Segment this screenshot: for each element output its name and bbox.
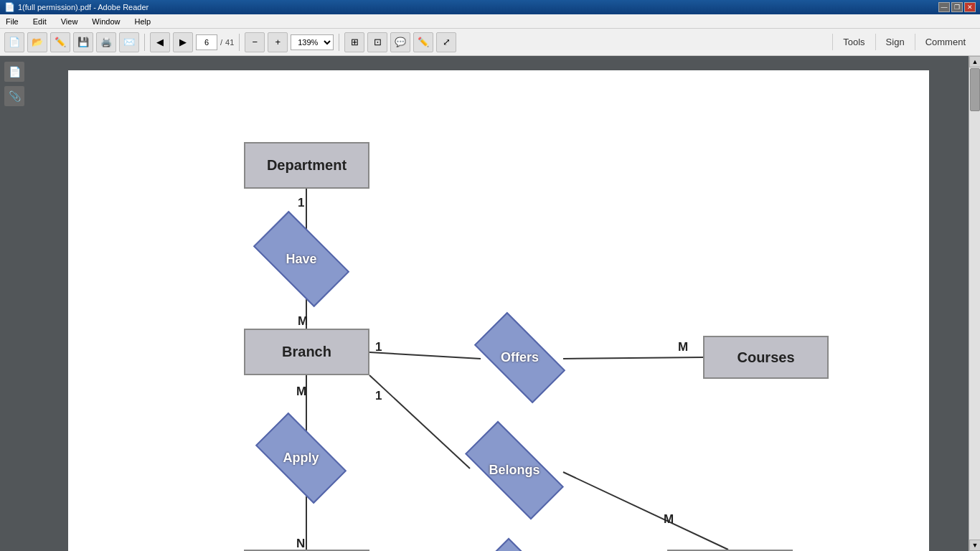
- card-m-offers-courses: M: [678, 340, 688, 354]
- have-label: Have: [286, 252, 316, 267]
- pdf-area[interactable]: Department Have Branch Offers Courses: [29, 56, 969, 551]
- open-button[interactable]: 📂: [27, 32, 47, 52]
- toolbar-right: Tools Sign Comment: [832, 34, 976, 50]
- entity-courses: Courses: [703, 336, 829, 379]
- belongs-label: Belongs: [489, 463, 540, 478]
- card-1-dept-have: 1: [298, 196, 304, 210]
- card-m-belongs-student: M: [664, 512, 674, 527]
- entity-branch: Branch: [244, 329, 369, 375]
- sidebar-attachment-icon[interactable]: 📎: [4, 86, 24, 106]
- sign-button[interactable]: Sign: [875, 34, 915, 50]
- scrollbar[interactable]: ▲ ▼: [969, 56, 980, 551]
- menu-bar: File Edit View Window Help: [0, 14, 980, 29]
- apply-label: Apply: [283, 451, 319, 466]
- relationship-have: Have: [258, 234, 344, 284]
- relationship-offers: Offers: [479, 334, 561, 381]
- zoom-out-button[interactable]: −: [245, 32, 265, 52]
- svg-line-2: [369, 352, 481, 359]
- title-bar: 📄 1(full permission).pdf - Adobe Reader …: [0, 0, 980, 14]
- scroll-up-button[interactable]: ▲: [969, 56, 980, 67]
- left-sidebar: 📄 📎: [0, 56, 29, 551]
- fit-width-button[interactable]: ⊡: [367, 32, 387, 52]
- card-m-have-branch: M: [298, 314, 308, 329]
- entity-department: Department: [244, 142, 369, 189]
- menu-view[interactable]: View: [58, 16, 81, 27]
- comment-button[interactable]: 💬: [390, 32, 410, 52]
- selected-diamond: [476, 538, 575, 551]
- menu-edit[interactable]: Edit: [30, 16, 50, 27]
- restore-button[interactable]: ❐: [951, 2, 963, 12]
- menu-help[interactable]: Help: [131, 16, 154, 27]
- separator-1: [144, 34, 145, 51]
- next-page-button[interactable]: ▶: [173, 32, 193, 52]
- fullscreen-button[interactable]: ⤢: [436, 32, 456, 52]
- menu-file[interactable]: File: [3, 16, 22, 27]
- offers-label: Offers: [501, 350, 539, 365]
- title-text: 📄 1(full permission).pdf - Adobe Reader: [4, 2, 149, 12]
- card-m-branch-apply: M: [296, 385, 306, 399]
- separator-3: [339, 34, 339, 51]
- window-title: 1(full permission).pdf - Adobe Reader: [18, 3, 149, 11]
- card-1-branch-offers: 1: [375, 340, 382, 354]
- prev-page-button[interactable]: ◀: [150, 32, 170, 52]
- close-button[interactable]: ✕: [964, 2, 976, 12]
- svg-line-3: [563, 357, 703, 359]
- tools-button[interactable]: Tools: [832, 34, 875, 50]
- comment-right-button[interactable]: Comment: [915, 34, 976, 50]
- fit-page-button[interactable]: ⊞: [344, 32, 364, 52]
- total-pages: 41: [225, 38, 234, 47]
- save-button[interactable]: 💾: [73, 32, 93, 52]
- separator-2: [239, 34, 240, 51]
- main-area: 📄 📎: [0, 56, 980, 551]
- pdf-page: Department Have Branch Offers Courses: [68, 70, 929, 551]
- email-button[interactable]: ✉️: [119, 32, 139, 52]
- toolbar: 📄 📂 ✏️ 💾 🖨️ ✉️ ◀ ▶ / 41 − + 139% 100% 75…: [0, 29, 980, 56]
- card-n-apply-applicant: N: [296, 537, 305, 551]
- menu-window[interactable]: Window: [89, 16, 123, 27]
- create-button[interactable]: 📄: [4, 32, 24, 52]
- edit-button[interactable]: ✏️: [50, 32, 70, 52]
- page-separator: /: [220, 38, 222, 47]
- scroll-track[interactable]: [969, 67, 980, 540]
- svg-line-7: [563, 472, 728, 550]
- print-button[interactable]: 🖨️: [96, 32, 116, 52]
- relationship-apply: Apply: [260, 435, 342, 481]
- scroll-thumb[interactable]: [970, 68, 980, 111]
- page-number-input[interactable]: [196, 34, 217, 50]
- scroll-down-button[interactable]: ▼: [969, 540, 980, 551]
- card-1-branch-belongs: 1: [375, 389, 382, 403]
- sidebar-page-icon[interactable]: 📄: [4, 62, 24, 82]
- markup-button[interactable]: ✏️: [413, 32, 433, 52]
- relationship-belongs: Belongs: [468, 447, 561, 494]
- window-controls[interactable]: — ❐ ✕: [938, 2, 976, 12]
- zoom-in-button[interactable]: +: [268, 32, 288, 52]
- zoom-select[interactable]: 139% 100% 75% 50%: [291, 34, 334, 50]
- minimize-button[interactable]: —: [938, 2, 950, 12]
- svg-line-6: [369, 375, 470, 468]
